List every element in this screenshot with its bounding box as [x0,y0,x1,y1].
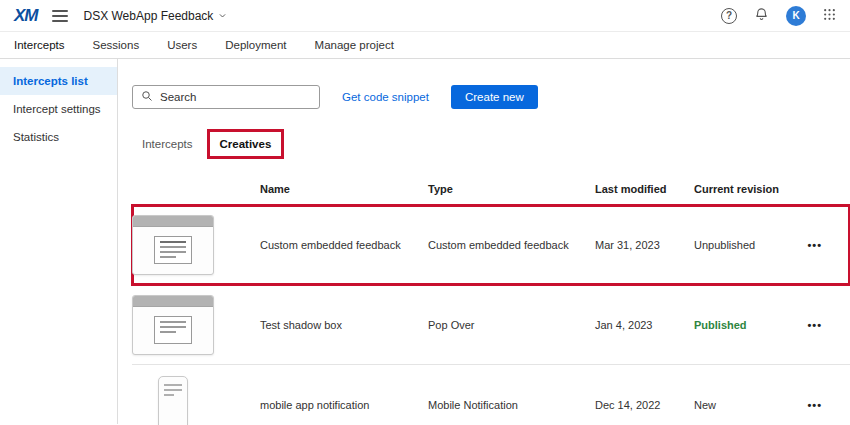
sidebar-item-intercept-settings[interactable]: Intercept settings [0,95,117,123]
web-creative-thumbnail [132,215,214,275]
table-row[interactable]: mobile app notification Mobile Notificat… [132,365,850,425]
sidebar-item-statistics[interactable]: Statistics [0,123,117,151]
hamburger-menu-icon[interactable] [52,10,68,22]
nav-item-intercepts[interactable]: Intercepts [14,39,65,51]
cell-last-modified: Dec 14, 2022 [595,399,694,411]
top-bar: XM DSX WebApp Feedback ? K [0,0,850,32]
apps-grid-button[interactable] [823,8,836,24]
cell-type: Custom embedded feedback [428,239,595,251]
nav-item-sessions[interactable]: Sessions [93,39,140,51]
column-header-name: Name [260,183,428,195]
project-nav: Intercepts Sessions Users Deployment Man… [0,32,850,59]
cell-name: mobile app notification [260,399,428,411]
project-title-dropdown[interactable]: DSX WebApp Feedback [84,9,228,23]
table-row[interactable]: Test shadow box Pop Over Jan 4, 2023 Pub… [132,285,850,365]
notifications-button[interactable] [754,7,769,25]
column-header-last-modified: Last modified [595,183,694,195]
chevron-down-icon [218,11,227,20]
cell-current-revision: Published [694,319,805,331]
row-actions-button[interactable]: ••• [807,319,822,331]
get-code-snippet-link[interactable]: Get code snippet [342,91,429,103]
main-content: Get code snippet Create new Intercepts C… [118,59,850,424]
create-new-button[interactable]: Create new [451,85,538,109]
column-header-current-revision: Current revision [694,183,805,195]
nav-item-deployment[interactable]: Deployment [225,39,286,51]
apps-grid-icon [823,8,836,24]
help-icon: ? [721,8,737,24]
toolbar: Get code snippet Create new [132,85,850,109]
mobile-creative-thumbnail [132,376,214,425]
cell-name: Test shadow box [260,319,428,331]
cell-last-modified: Mar 31, 2023 [595,239,694,251]
row-actions-button[interactable]: ••• [807,239,822,251]
web-creative-thumbnail [132,295,214,355]
search-box [132,85,320,109]
cell-current-revision: Unpublished [694,239,805,251]
table-row[interactable]: Custom embedded feedback Custom embedded… [132,205,850,285]
tab-creatives[interactable]: Creatives [207,129,285,159]
content-tabs: Intercepts Creatives [132,129,850,159]
cell-current-revision: New [694,399,805,411]
sidebar: Intercepts list Intercept settings Stati… [0,59,118,424]
search-icon [141,90,153,105]
help-button[interactable]: ? [721,8,737,24]
tab-intercepts[interactable]: Intercepts [132,132,203,156]
sidebar-item-intercepts-list[interactable]: Intercepts list [0,67,117,95]
cell-last-modified: Jan 4, 2023 [595,319,694,331]
xm-logo: XM [14,6,38,26]
creatives-table: Name Type Last modified Current revision… [132,183,850,425]
cell-type: Mobile Notification [428,399,595,411]
table-header: Name Type Last modified Current revision [132,183,850,205]
cell-name: Custom embedded feedback [260,239,428,251]
cell-type: Pop Over [428,319,595,331]
row-actions-button[interactable]: ••• [807,399,822,411]
nav-item-users[interactable]: Users [167,39,197,51]
bell-icon [754,7,769,25]
search-input[interactable] [160,91,311,103]
nav-item-manage-project[interactable]: Manage project [315,39,394,51]
avatar[interactable]: K [786,6,806,26]
column-header-type: Type [428,183,595,195]
project-title: DSX WebApp Feedback [84,9,214,23]
